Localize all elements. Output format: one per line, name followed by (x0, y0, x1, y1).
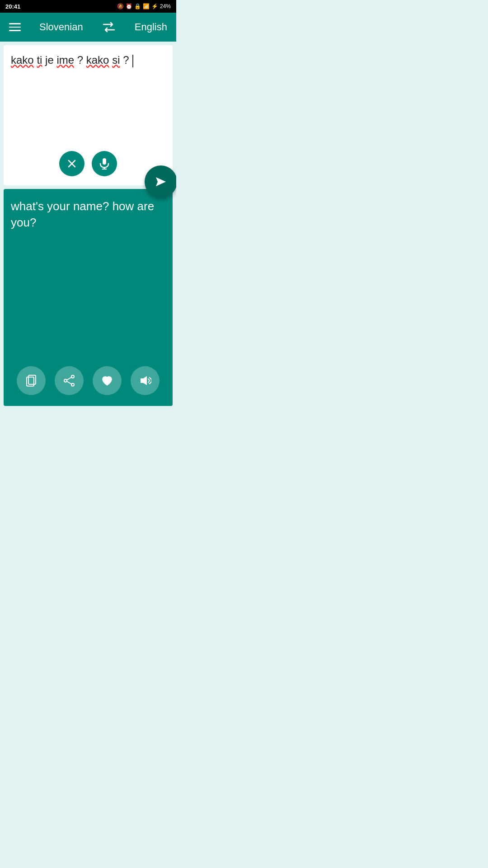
word-ti: ti (37, 54, 42, 66)
input-action-buttons (59, 151, 117, 176)
input-text-display[interactable]: kako ti je ime ? kako si ? (11, 52, 165, 80)
translation-action-buttons (4, 366, 173, 395)
translated-text: what's your name? how are you? (11, 198, 165, 231)
send-button[interactable] (145, 165, 176, 198)
status-time: 20:41 (5, 3, 20, 10)
copy-button[interactable] (17, 366, 46, 395)
favorite-button[interactable] (93, 366, 122, 395)
svg-line-12 (67, 382, 71, 384)
svg-point-8 (71, 375, 74, 378)
translation-section: what's your name? how are you? (4, 189, 173, 406)
share-button[interactable] (55, 366, 84, 395)
navbar: Slovenian English (0, 13, 176, 42)
menu-button[interactable] (9, 23, 21, 31)
status-bar: 20:41 🔕 ⏰ 🔒 📶 ⚡ 24% (0, 0, 176, 13)
alarm-icon: ⏰ (126, 3, 132, 9)
swap-languages-button[interactable] (102, 21, 116, 33)
svg-marker-13 (141, 376, 147, 385)
text-cursor (132, 55, 133, 67)
mic-button[interactable] (92, 151, 117, 176)
word-je: je (45, 54, 54, 66)
word-ime: ime (56, 54, 74, 66)
target-language[interactable]: English (135, 21, 167, 33)
lock-icon: 🔒 (134, 3, 141, 9)
svg-line-11 (67, 377, 71, 380)
svg-rect-2 (103, 158, 106, 165)
speak-button[interactable] (131, 366, 160, 395)
source-language[interactable]: Slovenian (39, 21, 83, 33)
svg-point-9 (64, 379, 67, 382)
clear-button[interactable] (59, 151, 84, 176)
signal-icon: 📶 (143, 3, 150, 9)
svg-marker-5 (156, 177, 166, 186)
input-section: kako ti je ime ? kako si ? (4, 45, 173, 185)
battery-percent: 24% (160, 3, 171, 9)
notification-icon: 🔕 (117, 3, 124, 9)
battery-icon: ⚡ (151, 3, 158, 9)
svg-point-10 (71, 383, 74, 386)
word-kako1: kako (11, 54, 34, 66)
status-icons: 🔕 ⏰ 🔒 📶 ⚡ 24% (117, 3, 171, 9)
word-kako2: kako (86, 54, 109, 66)
word-si: si (112, 54, 120, 66)
